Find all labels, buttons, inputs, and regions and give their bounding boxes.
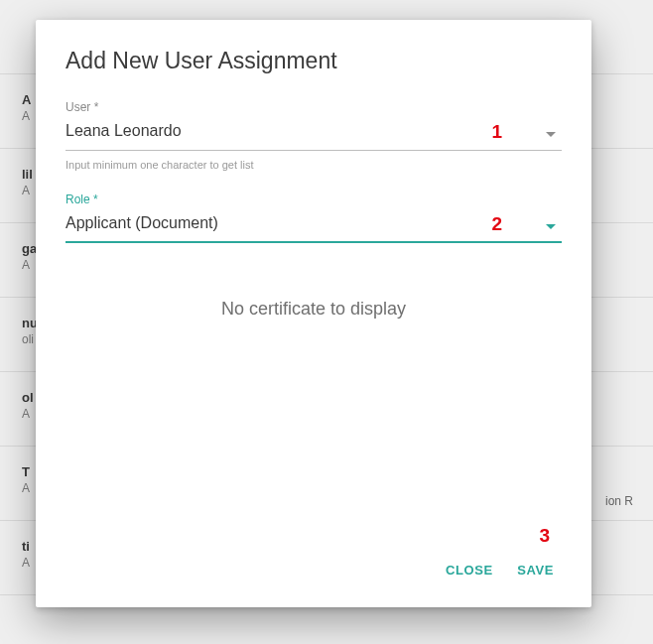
user-hint: Input minimum one character to get list	[65, 159, 562, 171]
user-label: User *	[65, 100, 562, 114]
user-value: Leana Leonardo	[65, 120, 562, 151]
role-value: Applicant (Document)	[65, 212, 562, 243]
modal-title: Add New User Assignment	[65, 48, 562, 74]
annotation-3: 3	[539, 525, 550, 547]
annotation-2: 2	[491, 213, 502, 235]
empty-state-message: No certificate to display	[65, 299, 562, 320]
add-user-assignment-modal: Add New User Assignment User * Leana Leo…	[36, 20, 591, 607]
chevron-down-icon	[546, 224, 556, 229]
chevron-down-icon	[546, 132, 556, 137]
close-button[interactable]: CLOSE	[436, 555, 503, 585]
modal-actions: 3 CLOSE SAVE	[436, 555, 564, 585]
annotation-1: 1	[491, 121, 502, 143]
user-select[interactable]: User * Leana Leonardo 1	[65, 100, 562, 151]
role-label: Role *	[65, 193, 562, 206]
bg-right-text: ion R	[605, 494, 633, 508]
role-select[interactable]: Role * Applicant (Document) 2	[65, 193, 562, 243]
save-button[interactable]: SAVE	[507, 555, 564, 585]
